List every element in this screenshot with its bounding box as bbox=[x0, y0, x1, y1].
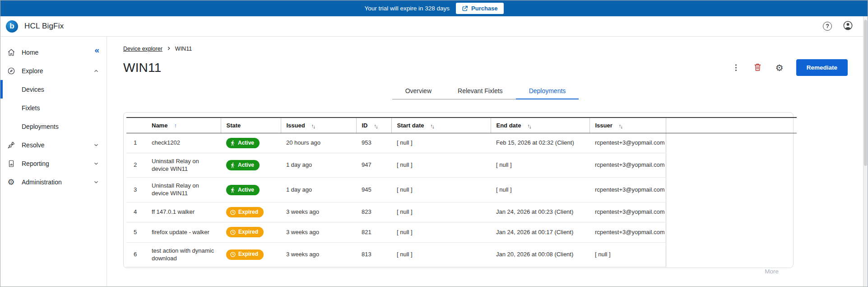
issuer-cell: [ null ] bbox=[589, 242, 666, 267]
app-name: HCL BigFix bbox=[24, 22, 64, 31]
top-bar: b HCL BigFix ? bbox=[0, 16, 868, 37]
issuer-cell: rcpentest+3@yopmail.com bbox=[589, 222, 666, 242]
sidebar-item-home[interactable]: Home bbox=[0, 43, 107, 61]
tab-overview[interactable]: Overview bbox=[392, 83, 445, 99]
start-date-cell: [ null ] bbox=[391, 202, 491, 222]
sidebar-item-label: Deployments bbox=[22, 123, 59, 130]
column-header-start-date[interactable]: Start date↑↓ bbox=[391, 118, 491, 133]
end-date-cell: Feb 15, 2026 at 02:32 (Client) bbox=[491, 133, 589, 153]
column-header-state[interactable]: State bbox=[221, 118, 281, 133]
id-cell: 823 bbox=[356, 202, 391, 222]
deployment-name: check1202 bbox=[146, 133, 221, 153]
purchase-button[interactable]: Purchase bbox=[456, 3, 504, 14]
row-number: 6 bbox=[126, 242, 146, 267]
more-button[interactable]: More bbox=[765, 268, 779, 275]
help-button[interactable]: ? bbox=[822, 21, 833, 32]
sidebar: « Home Explore Devices Fixlet bbox=[0, 37, 107, 287]
column-header-empty bbox=[666, 118, 797, 133]
deployment-name: ff 147.0.1 walker bbox=[146, 202, 221, 222]
issuer-cell: rcpentest+3@yopmail.com bbox=[589, 153, 666, 178]
chevron-up-icon bbox=[93, 68, 99, 74]
id-cell: 945 bbox=[356, 178, 391, 202]
device-settings-button[interactable]: ⚙ bbox=[775, 62, 784, 73]
table-row[interactable]: 6 test action with dynamic download Expi… bbox=[126, 242, 797, 267]
end-date-cell: Jan 20, 2026 at 00:08 (Client) bbox=[491, 242, 589, 267]
rocket-icon bbox=[7, 141, 15, 149]
start-date-cell: [ null ] bbox=[391, 133, 491, 153]
chevron-down-icon bbox=[93, 160, 99, 167]
clock-icon bbox=[230, 209, 236, 216]
end-date-cell: [ null ] bbox=[491, 178, 589, 202]
row-number-header bbox=[126, 118, 146, 133]
delete-device-button[interactable] bbox=[752, 62, 763, 74]
table-row[interactable]: 5 firefox update - walker Expired 3 week… bbox=[126, 222, 797, 242]
home-icon bbox=[7, 48, 15, 56]
end-date-cell: Jan 24, 2026 at 00:23 (Client) bbox=[491, 202, 589, 222]
start-date-cell: [ null ] bbox=[391, 222, 491, 242]
end-date-cell: Jan 24, 2026 at 00:17 (Client) bbox=[491, 222, 589, 242]
table-row[interactable]: 1 check1202 Active 20 hours ago 953 [ nu… bbox=[126, 133, 797, 153]
kebab-icon: ⋮ bbox=[732, 63, 740, 72]
breadcrumb-current: WIN11 bbox=[175, 46, 192, 52]
deployment-name: firefox update - walker bbox=[146, 222, 221, 242]
breadcrumb-device-explorer-link[interactable]: Device explorer bbox=[123, 46, 162, 52]
deployment-name: Uninstall Relay on device WIN11 bbox=[146, 178, 221, 202]
table-row[interactable]: 2 Uninstall Relay on device WIN11 Active… bbox=[126, 153, 797, 178]
column-header-issuer[interactable]: Issuer↑↓ bbox=[589, 118, 666, 133]
deployment-name: Uninstall Relay on device WIN11 bbox=[146, 153, 221, 178]
row-number: 2 bbox=[126, 153, 146, 178]
trash-icon bbox=[753, 63, 762, 73]
sidebar-item-label: Fixlets bbox=[22, 104, 40, 112]
breadcrumb-chevron-icon bbox=[167, 46, 171, 52]
user-avatar-icon bbox=[843, 20, 853, 32]
report-icon bbox=[7, 160, 15, 168]
sidebar-item-deployments[interactable]: Deployments bbox=[0, 117, 107, 136]
row-number: 5 bbox=[126, 222, 146, 242]
id-cell: 821 bbox=[356, 222, 391, 242]
issuer-cell: rcpentest+3@yopmail.com bbox=[589, 202, 666, 222]
deployments-table: Name↑ State Issued↑↓ ID↑↓ Start date↑↓ E… bbox=[126, 117, 797, 267]
column-header-issued[interactable]: Issued↑↓ bbox=[281, 118, 356, 133]
sidebar-item-label: Explore bbox=[22, 67, 43, 75]
sidebar-item-label: Reporting bbox=[22, 160, 49, 167]
sidebar-item-fixlets[interactable]: Fixlets bbox=[0, 99, 107, 117]
clock-icon bbox=[230, 229, 236, 235]
sidebar-item-label: Administration bbox=[22, 179, 62, 186]
sidebar-item-devices[interactable]: Devices bbox=[0, 80, 107, 99]
table-header-row: Name↑ State Issued↑↓ ID↑↓ Start date↑↓ E… bbox=[126, 118, 797, 133]
sidebar-item-reporting[interactable]: Reporting bbox=[0, 154, 107, 173]
tab-deployments[interactable]: Deployments bbox=[516, 83, 579, 99]
trial-banner: Your trial will expire in 328 days Purch… bbox=[0, 0, 868, 16]
remediate-button[interactable]: Remediate bbox=[796, 59, 848, 76]
table-row[interactable]: 3 Uninstall Relay on device WIN11 Active… bbox=[126, 178, 797, 202]
status-badge: Expired bbox=[226, 207, 264, 217]
issuer-cell: rcpentest+3@yopmail.com bbox=[589, 178, 666, 202]
gear-icon: ⚙ bbox=[7, 178, 15, 186]
sidebar-item-explore[interactable]: Explore bbox=[0, 61, 107, 80]
sidebar-item-administration[interactable]: ⚙ Administration bbox=[0, 173, 107, 191]
status-badge: Active bbox=[226, 185, 260, 195]
tab-relevant-fixlets[interactable]: Relevant Fixlets bbox=[445, 83, 516, 99]
issued-cell: 3 weeks ago bbox=[281, 222, 356, 242]
page-title: WIN11 bbox=[123, 61, 162, 75]
issued-cell: 1 day ago bbox=[281, 178, 356, 202]
issued-cell: 3 weeks ago bbox=[281, 202, 356, 222]
app-window: Your trial will expire in 328 days Purch… bbox=[0, 0, 868, 287]
deployment-name: test action with dynamic download bbox=[146, 242, 221, 267]
user-account-button[interactable] bbox=[842, 19, 854, 33]
column-header-id[interactable]: ID↑↓ bbox=[356, 118, 391, 133]
column-header-name[interactable]: Name↑ bbox=[146, 118, 221, 133]
vertical-scrollbar[interactable] bbox=[863, 16, 868, 287]
sort-icon: ↑↓ bbox=[311, 123, 315, 128]
issued-cell: 3 weeks ago bbox=[281, 242, 356, 267]
scrollbar-thumb[interactable] bbox=[864, 20, 867, 166]
deployments-table-card: Name↑ State Issued↑↓ ID↑↓ Start date↑↓ E… bbox=[123, 112, 794, 268]
sidebar-item-resolve[interactable]: Resolve bbox=[0, 136, 107, 154]
more-actions-button[interactable]: ⋮ bbox=[731, 62, 741, 73]
column-header-end-date[interactable]: End date↑↓ bbox=[491, 118, 589, 133]
table-row[interactable]: 4 ff 147.0.1 walker Expired 3 weeks ago … bbox=[126, 202, 797, 222]
issuer-cell: rcpentest+3@yopmail.com bbox=[589, 133, 666, 153]
sort-icon: ↑↓ bbox=[430, 123, 434, 128]
clock-icon bbox=[230, 251, 236, 258]
gear-icon: ⚙ bbox=[775, 63, 784, 72]
